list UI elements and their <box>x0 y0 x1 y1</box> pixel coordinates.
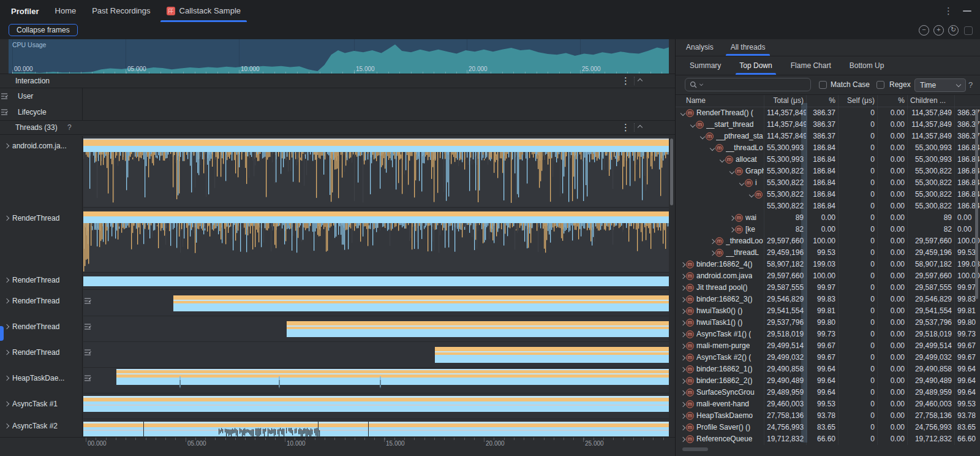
table-row[interactable]: mhwuiTask0() ()29,541,55499.8100.0029,54… <box>676 305 980 317</box>
thread-track-row[interactable]: android.com.ja... <box>0 138 675 207</box>
subtab-top-down[interactable]: Top Down <box>738 56 773 75</box>
table-horizontal-scrollbar[interactable] <box>682 447 708 451</box>
thread-track-row[interactable]: RenderThread <box>0 341 675 367</box>
column-header-name[interactable]: Name <box>676 95 764 107</box>
thread-track-chart[interactable] <box>83 210 669 272</box>
column-header-children-[interactable]: Children ... <box>908 95 955 107</box>
interaction-kebab-icon[interactable]: ⋮ <box>621 77 630 85</box>
thread-expand-icon[interactable] <box>4 376 9 381</box>
tree-toggle-icon[interactable] <box>728 216 735 220</box>
threads-kebab-icon[interactable]: ⋮ <box>621 123 630 132</box>
table-row[interactable]: mmali-mem-purge29,499,51499.6700.0029,49… <box>676 340 980 352</box>
tab-all-threads[interactable]: All threads <box>729 39 767 56</box>
kebab-menu-icon[interactable]: ⋮ <box>944 7 953 15</box>
thread-track-row[interactable]: HeapTaskDae... <box>0 367 675 392</box>
tree-toggle-icon[interactable] <box>679 275 686 278</box>
thread-label[interactable]: AsyncTask #1 <box>0 400 83 408</box>
threads-help-icon[interactable]: ? <box>67 123 72 132</box>
tree-toggle-icon[interactable] <box>679 286 686 290</box>
thread-label[interactable]: android.com.ja... <box>0 142 83 150</box>
table-vertical-scrollbar[interactable] <box>975 109 978 299</box>
tree-toggle-icon[interactable] <box>728 170 735 173</box>
cpu-usage-chart[interactable]: CPU Usage 00.00005.00010.00015.00020.000… <box>9 39 669 74</box>
threads-collapse-icon[interactable] <box>638 125 643 130</box>
thread-track-chart[interactable] <box>83 289 669 315</box>
thread-tracks[interactable]: android.com.ja...RenderThreadRenderThrea… <box>0 136 675 437</box>
table-row[interactable]: mwai890.0000.00890.00 <box>676 212 980 224</box>
table-row[interactable]: m__threadL29,459,19699.5300.0029,459,196… <box>676 247 980 259</box>
regex-checkbox[interactable] <box>876 81 884 89</box>
column-header-extra[interactable] <box>955 95 980 107</box>
thread-track-chart[interactable] <box>83 418 669 436</box>
table-row[interactable]: m__pthread_sta114,357,849386.3700.00114,… <box>676 131 980 142</box>
thread-expand-icon[interactable] <box>4 401 9 406</box>
thread-label[interactable]: AsyncTask #2 <box>0 422 83 430</box>
tree-toggle-icon[interactable] <box>709 146 715 150</box>
tree-toggle-icon[interactable] <box>679 438 686 441</box>
table-row[interactable]: mAsyncTask #1() (29,518,01999.7300.0029,… <box>676 329 980 340</box>
tree-toggle-icon[interactable] <box>679 414 686 418</box>
thread-track-chart[interactable] <box>83 392 669 418</box>
thread-label[interactable]: RenderThread <box>0 322 83 331</box>
column-header--[interactable]: % <box>807 95 839 107</box>
thread-track-chart[interactable] <box>83 274 669 289</box>
thread-expand-icon[interactable] <box>4 216 9 221</box>
tree-toggle-icon[interactable] <box>679 368 686 371</box>
thread-expand-icon[interactable] <box>4 298 9 303</box>
table-row[interactable]: m__threadLo55,300,993186.8400.0055,300,9… <box>676 142 980 154</box>
tree-toggle-icon[interactable] <box>679 310 686 313</box>
collapse-frames-button[interactable]: Collapse frames <box>9 24 78 36</box>
time-dropdown[interactable]: Time <box>914 78 966 92</box>
top-tab-callstack-sample[interactable]: Callstack Sample <box>165 0 242 22</box>
table-row[interactable]: m_threadLoo29,597,660100.0000.0029,597,6… <box>676 235 980 247</box>
thread-expand-icon[interactable] <box>4 143 9 148</box>
thread-track-row[interactable]: RenderThread <box>0 210 675 272</box>
tree-toggle-icon[interactable] <box>699 135 706 139</box>
thread-label[interactable]: RenderThread <box>0 348 83 357</box>
thread-track-row[interactable]: RenderThread <box>0 315 675 341</box>
search-history-caret-icon[interactable] <box>699 82 703 86</box>
table-row[interactable]: mReferenceQueue19,712,83266.6000.0019,71… <box>676 433 980 445</box>
table-row[interactable]: mGraph55,300,822186.8400.0055,300,822186… <box>676 165 980 177</box>
thread-track-chart[interactable] <box>83 367 669 392</box>
table-row[interactable]: mi55,300,822186.8400.0055,300,822186.84 <box>676 177 980 189</box>
search-box[interactable] <box>685 78 811 91</box>
tab-analysis[interactable]: Analysis <box>685 39 715 56</box>
thread-expand-icon[interactable] <box>4 278 9 283</box>
table-row[interactable]: mSurfaceSyncGrou29,489,95999.6400.0029,4… <box>676 387 980 398</box>
table-row[interactable]: mJit thread pool()29,587,55599.9700.0029… <box>676 282 980 294</box>
top-tab-home[interactable]: Home <box>54 0 78 22</box>
table-row[interactable]: m__start_thread114,357,849386.3700.00114… <box>676 119 980 131</box>
table-row[interactable]: mHeapTaskDaemo27,758,13693.7800.0027,758… <box>676 410 980 422</box>
tree-toggle-icon[interactable] <box>679 263 686 267</box>
thread-track-chart[interactable] <box>83 315 669 341</box>
minimize-icon[interactable] <box>963 10 971 12</box>
table-row[interactable]: mandroid.com.java29,597,660100.0000.0029… <box>676 270 980 282</box>
tree-toggle-icon[interactable] <box>718 158 725 162</box>
tree-toggle-icon[interactable] <box>679 344 686 348</box>
thread-label[interactable]: RenderThread <box>0 276 83 284</box>
interaction-collapse-icon[interactable] <box>638 78 643 83</box>
subtab-summary[interactable]: Summary <box>688 56 722 75</box>
thread-expand-icon[interactable] <box>4 424 9 428</box>
tree-toggle-icon[interactable] <box>709 251 715 255</box>
thread-track-chart[interactable] <box>83 341 669 367</box>
thread-label[interactable]: RenderThread <box>0 214 83 222</box>
tree-toggle-icon[interactable] <box>679 426 686 430</box>
subtab-bottom-up[interactable]: Bottom Up <box>848 56 886 75</box>
tree-toggle-icon[interactable] <box>679 321 686 325</box>
zoom-in-icon[interactable]: + <box>933 25 944 36</box>
thread-track-chart[interactable] <box>83 138 669 207</box>
column-header-self-s-[interactable]: Self (μs) <box>839 95 878 107</box>
thread-expand-icon[interactable] <box>4 350 9 355</box>
table-row[interactable]: mProfile Saver() ()24,756,99383.6500.002… <box>676 422 980 433</box>
interaction-row-user[interactable]: User <box>0 88 83 104</box>
tree-toggle-icon[interactable] <box>738 181 745 185</box>
thread-label[interactable]: HeapTaskDae... <box>0 374 83 382</box>
match-case-label[interactable]: Match Case <box>831 80 870 89</box>
table-row[interactable]: mbinder:16862_4()58,907,182199.0300.0058… <box>676 259 980 270</box>
subtab-flame-chart[interactable]: Flame Chart <box>790 56 832 75</box>
tree-toggle-icon[interactable] <box>689 123 696 127</box>
interaction-row-lifecycle[interactable]: Lifecycle <box>0 104 83 120</box>
tree-toggle-icon[interactable] <box>748 193 755 197</box>
